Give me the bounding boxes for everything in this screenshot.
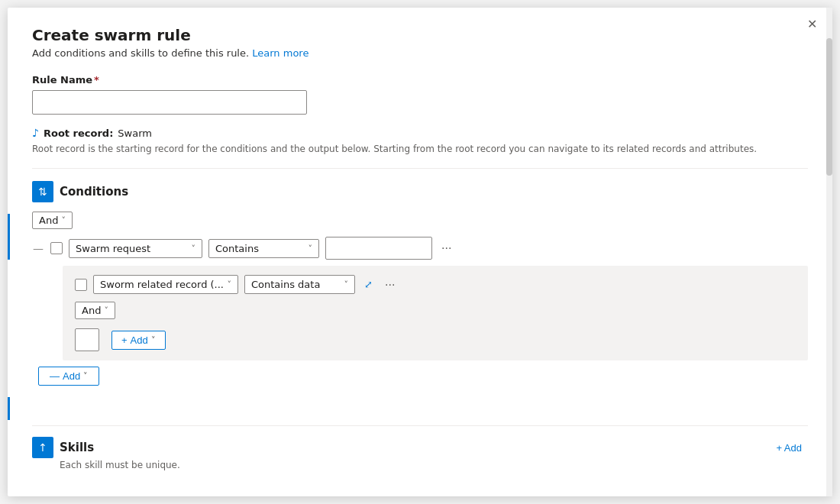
and-dropdown[interactable]: And ˅ xyxy=(32,212,73,229)
nested-expand-button[interactable]: ⤢ xyxy=(361,277,376,292)
rule-name-label: Rule Name* xyxy=(32,74,808,86)
skills-header: ↑ Skills + Add xyxy=(32,437,808,458)
dialog-title: Create swarm rule xyxy=(32,26,808,44)
dialog-header: Create swarm rule Add conditions and ski… xyxy=(8,8,832,59)
nested-operator-chevron: ˅ xyxy=(344,279,349,289)
nested-and-chevron: ˅ xyxy=(104,305,108,315)
nested-value-box xyxy=(75,328,99,351)
conditions-icon: ⇅ xyxy=(38,186,47,198)
condition-row-1: — Swarm request ˅ Contains ˅ ··· xyxy=(32,237,808,260)
rule-name-section: Rule Name* xyxy=(8,59,832,115)
conditions-icon-box: ⇅ xyxy=(32,181,53,202)
add-condition-chevron: ˅ xyxy=(83,371,88,381)
rule-name-input[interactable] xyxy=(32,90,307,115)
create-swarm-rule-dialog: ✕ Create swarm rule Add conditions and s… xyxy=(8,8,832,496)
nested-more-button[interactable]: ··· xyxy=(382,276,398,293)
root-record-description: Root record is the starting record for t… xyxy=(32,142,808,156)
nested-field-chevron: ˅ xyxy=(228,279,232,289)
and-chevron-icon: ˅ xyxy=(61,215,66,225)
value-input-1[interactable] xyxy=(325,237,432,260)
field-dropdown-chevron: ˅ xyxy=(192,244,196,254)
nested-add-chevron: ˅ xyxy=(151,335,156,345)
blue-accent-top xyxy=(8,214,10,260)
nested-add-button[interactable]: + Add ˅ xyxy=(111,331,166,350)
skills-header-left: ↑ Skills xyxy=(32,437,94,458)
skills-title: Skills xyxy=(60,441,94,454)
add-condition-row: — Add ˅ xyxy=(32,367,808,386)
nested-condition-container: Sworm related record (... ˅ Contains dat… xyxy=(63,266,808,360)
nested-checkbox[interactable] xyxy=(75,279,87,291)
add-condition-button[interactable]: — Add ˅ xyxy=(38,367,99,386)
scrollbar[interactable] xyxy=(826,8,832,496)
conditions-section-header: ⇅ Conditions xyxy=(8,169,832,202)
root-record-icon: ♪ xyxy=(32,127,39,139)
nested-field-dropdown[interactable]: Sworm related record (... ˅ xyxy=(93,275,238,294)
root-record-row: ♪ Root record: Swarm xyxy=(32,127,808,139)
skills-icon: ↑ xyxy=(38,441,47,454)
nested-operator-dropdown[interactable]: Contains data ˅ xyxy=(244,275,355,294)
skills-add-button[interactable]: + Add xyxy=(770,439,808,457)
nested-add-plus-icon: + xyxy=(121,334,128,346)
spacer xyxy=(8,386,832,410)
nested-and-dropdown[interactable]: And ˅ xyxy=(75,302,115,319)
operator-dropdown-chevron: ˅ xyxy=(309,244,313,254)
field-dropdown-1[interactable]: Swarm request ˅ xyxy=(69,239,202,258)
skills-divider xyxy=(32,425,808,426)
close-button[interactable]: ✕ xyxy=(807,18,817,31)
scrollbar-thumb[interactable] xyxy=(826,38,832,176)
root-record-section: ♪ Root record: Swarm Root record is the … xyxy=(8,115,832,156)
condition-more-button-1[interactable]: ··· xyxy=(438,240,454,257)
skills-section: ↑ Skills + Add Each skill must be unique… xyxy=(8,425,832,470)
dialog-subtitle: Add conditions and skills to define this… xyxy=(32,47,808,59)
conditions-body: And ˅ — Swarm request ˅ Contains ˅ ··· S… xyxy=(8,202,832,386)
nested-condition-row: Sworm related record (... ˅ Contains dat… xyxy=(75,275,796,294)
skills-description: Each skill must be unique. xyxy=(32,460,808,470)
blue-accent-bottom xyxy=(8,397,10,420)
add-condition-dash: — xyxy=(50,370,60,382)
operator-dropdown-1[interactable]: Contains ˅ xyxy=(208,239,319,258)
condition-dash: — xyxy=(32,242,44,254)
conditions-title: Conditions xyxy=(60,185,128,199)
nested-and-section: And ˅ + Add ˅ xyxy=(75,302,796,351)
skills-icon-box: ↑ xyxy=(32,437,53,458)
condition-checkbox-1[interactable] xyxy=(50,242,63,254)
learn-more-link[interactable]: Learn more xyxy=(252,47,309,59)
